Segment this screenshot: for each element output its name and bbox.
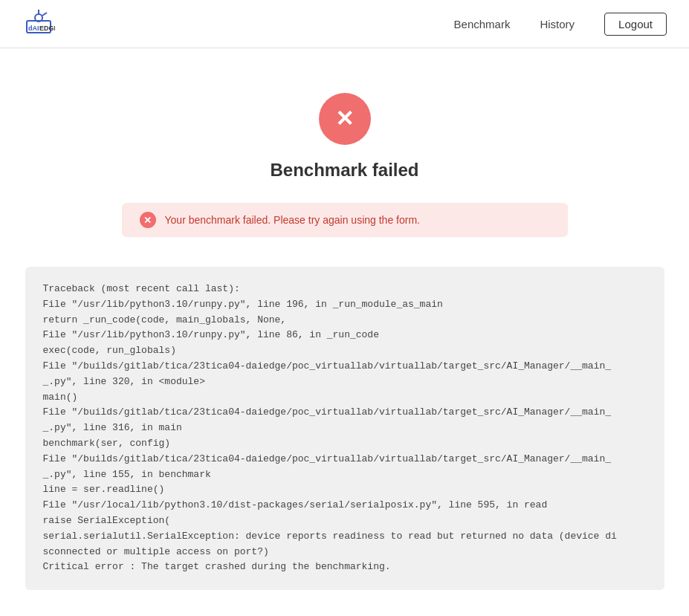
traceback-line: File "/usr/local/lib/python3.10/dist-pac…	[43, 498, 647, 513]
traceback-line: _.py", line 320, in <module>	[43, 375, 647, 390]
traceback-box: Traceback (most recent call last):File "…	[25, 267, 664, 590]
error-x-icon: ✕	[335, 108, 354, 130]
traceback-line: exec(code, run_globals)	[43, 343, 647, 359]
logo-icon: dAI EDGE	[22, 7, 55, 40]
traceback-line: File "/usr/lib/python3.10/runpy.py", lin…	[43, 328, 647, 343]
nav-history-link[interactable]: History	[540, 18, 575, 30]
logout-button[interactable]: Logout	[604, 13, 667, 36]
main-content: ✕ Benchmark failed ✕ Your benchmark fail…	[0, 48, 689, 612]
traceback-line: sconnected or multiple access on port?)	[43, 545, 647, 560]
nav-links: Benchmark History Logout	[454, 13, 667, 36]
traceback-line: Critical error : The target crashed duri…	[43, 560, 647, 575]
traceback-line: _.py", line 155, in benchmark	[43, 467, 647, 483]
error-message-text: Your benchmark failed. Please try again …	[165, 214, 420, 226]
svg-text:dAI: dAI	[28, 25, 39, 32]
traceback-line: return _run_code(code, main_globals, Non…	[43, 313, 647, 328]
svg-text:EDGE: EDGE	[39, 25, 55, 32]
traceback-line: Traceback (most recent call last):	[43, 282, 647, 297]
traceback-line: raise SerialException(	[43, 513, 647, 529]
error-message-x-icon: ✕	[143, 215, 152, 226]
nav-benchmark-link[interactable]: Benchmark	[454, 18, 511, 30]
traceback-line: main()	[43, 390, 647, 406]
traceback-line: File "/builds/gitlab/tica/23tica04-daied…	[43, 452, 647, 467]
traceback-line: File "/usr/lib/python3.10/runpy.py", lin…	[43, 297, 647, 313]
traceback-line: File "/builds/gitlab/tica/23tica04-daied…	[43, 405, 647, 421]
traceback-line: _.py", line 316, in main	[43, 421, 647, 436]
navbar: dAI EDGE Benchmark History Logout	[0, 0, 689, 48]
error-message-icon: ✕	[140, 212, 156, 228]
logo: dAI EDGE	[22, 7, 55, 40]
traceback-line: line = ser.readline()	[43, 482, 647, 498]
error-message-box: ✕ Your benchmark failed. Please try agai…	[122, 203, 568, 237]
svg-line-2	[42, 13, 47, 16]
benchmark-failed-title: Benchmark failed	[270, 160, 418, 181]
traceback-line: benchmark(ser, config)	[43, 436, 647, 452]
traceback-line: serial.serialutil.SerialException: devic…	[43, 529, 647, 545]
error-circle-icon: ✕	[319, 93, 371, 145]
traceback-line: File "/builds/gitlab/tica/23tica04-daied…	[43, 359, 647, 375]
